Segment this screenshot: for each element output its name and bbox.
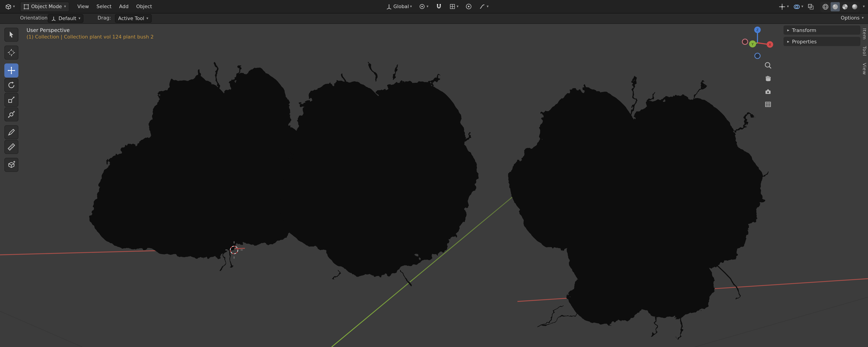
pan-button[interactable] — [764, 74, 772, 82]
drag-setting-dropdown[interactable]: Active Tool ▾ — [115, 14, 152, 23]
chevron-down-icon: ▾ — [862, 16, 864, 20]
collapsed-arrow-icon: ▸ — [787, 28, 789, 32]
measure-icon — [7, 143, 16, 151]
orientation-label: Global — [393, 4, 409, 9]
menu-select[interactable]: Select — [93, 4, 115, 9]
snap-settings[interactable]: ▾ — [447, 0, 460, 13]
scale-icon — [7, 95, 16, 104]
show-gizmos-icon — [779, 3, 786, 10]
pivot-point-selector[interactable]: ▾ — [417, 0, 430, 13]
solid-shading-icon — [832, 3, 839, 10]
zoom-button[interactable] — [764, 61, 772, 69]
move-icon — [7, 66, 16, 75]
tool-scale[interactable] — [4, 93, 19, 107]
tool-select-box[interactable] — [4, 28, 19, 42]
plant-bush-3[interactable] — [512, 77, 768, 336]
properties-panel-label: Properties — [792, 39, 816, 44]
editor-type-selector[interactable]: ▾ — [3, 0, 17, 13]
tool-annotate[interactable] — [4, 125, 19, 139]
orientation-setting-dropdown[interactable]: Default ▾ — [48, 14, 84, 23]
gizmo-x-label: X — [769, 42, 771, 47]
sidebar-tab-item[interactable]: Item — [862, 28, 867, 40]
tool-cursor[interactable] — [4, 46, 19, 60]
snap-magnet-icon — [435, 3, 442, 10]
gizmo-axis-z-negative[interactable] — [755, 53, 760, 59]
viewport-3d[interactable] — [0, 0, 868, 347]
chevron-down-icon: ▾ — [487, 5, 489, 8]
transform-icon — [7, 110, 16, 119]
tool-settings-bar: Orientation: Default ▾ Drag: Active Tool… — [0, 13, 868, 24]
wireframe-shading-icon — [822, 3, 829, 10]
tool-add-cube[interactable] — [4, 158, 19, 172]
view-perspective-label: User Perspective — [27, 27, 154, 34]
toggle-ortho-button[interactable] — [764, 100, 772, 109]
add-cube-icon — [7, 161, 16, 169]
chevron-down-icon: ▾ — [79, 17, 81, 21]
properties-panel-header[interactable]: ▸ Properties — [783, 37, 860, 46]
camera-view-button[interactable] — [764, 87, 772, 95]
tool-rotate[interactable] — [4, 78, 19, 92]
wireframe-shading-button[interactable] — [821, 2, 830, 11]
tool-transform[interactable] — [4, 107, 19, 121]
tool-move[interactable] — [4, 63, 19, 78]
proportional-editing-icon — [466, 3, 472, 10]
pan-hand-icon — [764, 74, 772, 82]
chevron-down-icon: ▾ — [64, 5, 66, 8]
material-shading-button[interactable] — [841, 2, 850, 11]
viewport-header: ▾ Object Mode ▾ View Select Add Object — [0, 0, 868, 13]
proportional-editing-toggle[interactable] — [464, 0, 474, 13]
gizmo-axis-x-negative[interactable] — [742, 39, 748, 45]
chevron-down-icon: ▾ — [147, 17, 149, 21]
sidebar-tab-view[interactable]: View — [862, 63, 867, 75]
chevron-down-icon: ▾ — [13, 5, 15, 8]
orientation-setting-value: Default — [59, 16, 76, 21]
rendered-shading-button[interactable] — [850, 2, 860, 11]
drag-setting-value: Active Tool — [118, 16, 144, 21]
transform-orientation-selector[interactable]: Global ▾ — [384, 0, 413, 13]
floor-grid — [0, 297, 868, 347]
blender-window: ▾ Object Mode ▾ View Select Add Object — [0, 0, 868, 347]
chevron-down-icon: ▾ — [410, 5, 412, 8]
show-overlays-icon — [793, 3, 800, 10]
mode-selector[interactable]: Object Mode ▾ — [20, 1, 69, 12]
gizmo-y-label: Y — [751, 42, 754, 46]
plant-bush-1[interactable] — [92, 64, 309, 273]
shading-mode-group — [820, 1, 860, 12]
tool-measure[interactable] — [4, 140, 19, 154]
options-label: Options — [841, 15, 860, 21]
shading-dropdown-chevron[interactable]: ▾ — [863, 5, 865, 8]
editor-type-icon — [5, 3, 12, 10]
navigation-gizmo[interactable]: Z X Y — [742, 26, 773, 60]
menu-add[interactable]: Add — [116, 4, 132, 9]
show-overlays-toggle[interactable]: ▾ — [792, 0, 805, 13]
chevron-down-icon: ▾ — [787, 5, 789, 8]
chevron-down-icon: ▾ — [457, 5, 459, 8]
solid-shading-button[interactable] — [831, 2, 840, 11]
menu-object[interactable]: Object — [132, 4, 156, 9]
plant-bush-2[interactable] — [282, 65, 476, 282]
orientation-axes-icon — [386, 3, 392, 10]
toggle-ortho-icon — [764, 100, 772, 108]
chevron-down-icon: ▾ — [801, 5, 803, 8]
falloff-curve-icon — [479, 3, 486, 10]
pivot-point-icon — [419, 3, 426, 10]
transform-panel-label: Transform — [792, 27, 816, 33]
rendered-shading-icon — [851, 3, 859, 10]
snap-toggle[interactable] — [434, 0, 443, 13]
sidebar-tab-strip: Item Tool View — [861, 24, 868, 75]
camera-view-icon — [764, 87, 772, 95]
active-collection-path: (1) Collection | Collection plant vol 12… — [27, 34, 154, 41]
menu-view[interactable]: View — [73, 4, 93, 9]
annotate-icon — [7, 128, 16, 137]
object-mode-icon — [23, 4, 29, 9]
snap-settings-icon — [449, 3, 456, 10]
select-box-icon — [7, 30, 16, 39]
tool-shelf — [4, 28, 19, 172]
toggle-xray[interactable] — [806, 0, 816, 13]
show-gizmos-toggle[interactable]: ▾ — [777, 0, 790, 13]
sidebar-tab-tool[interactable]: Tool — [862, 46, 867, 56]
options-dropdown[interactable]: Options ▾ — [841, 15, 864, 21]
transform-panel-header[interactable]: ▸ Transform — [783, 26, 860, 35]
proportional-falloff-selector[interactable]: ▾ — [477, 0, 490, 13]
toggle-xray-icon — [807, 3, 814, 10]
